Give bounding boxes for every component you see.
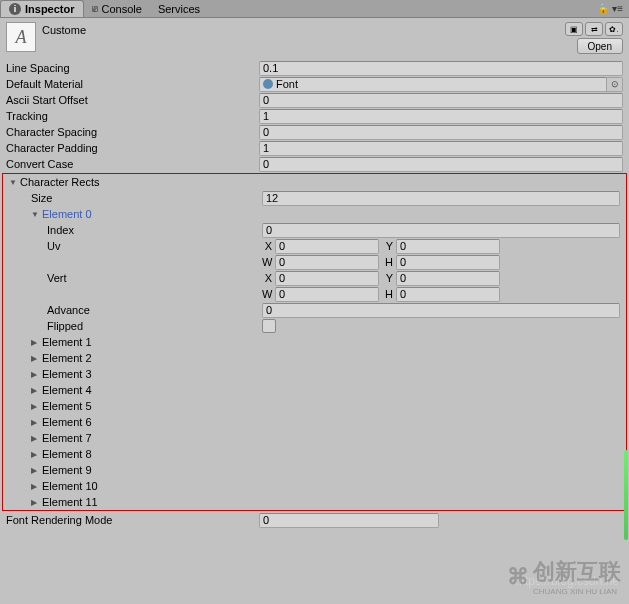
- prop-label: Advance: [9, 304, 262, 316]
- chevron-right-icon: [31, 418, 41, 427]
- foldout-element[interactable]: Element 8: [9, 448, 262, 460]
- info-icon: i: [9, 3, 21, 15]
- tab-label: Inspector: [25, 3, 75, 15]
- uv-h-field[interactable]: [396, 255, 500, 270]
- char-spacing-field[interactable]: [259, 125, 623, 140]
- foldout-element[interactable]: Element 10: [9, 480, 262, 492]
- foldout-element[interactable]: Element 6: [9, 416, 262, 428]
- uv-w-field[interactable]: [275, 255, 379, 270]
- prop-label: Font Rendering Mode: [6, 514, 259, 526]
- preset-button[interactable]: ⇄: [585, 22, 603, 36]
- chevron-right-icon: [31, 354, 41, 363]
- prop-label: Convert Case: [6, 158, 259, 170]
- scrollbar[interactable]: [624, 450, 628, 540]
- tab-bar: i Inspector ⎚ Console Services 🔒 ▾≡: [0, 0, 629, 18]
- prop-label: Default Material: [6, 78, 259, 90]
- gear-icon[interactable]: ✿.: [605, 22, 623, 36]
- character-rects-section: Character Rects Size Element 0 Index Uv …: [2, 173, 627, 511]
- foldout-element[interactable]: Element 11: [9, 496, 262, 508]
- chevron-right-icon: [31, 450, 41, 459]
- vert-x-field[interactable]: [275, 271, 379, 286]
- char-padding-field[interactable]: [259, 141, 623, 156]
- prop-label: Uv: [9, 240, 262, 252]
- tracking-field[interactable]: [259, 109, 623, 124]
- flipped-checkbox[interactable]: [262, 319, 276, 333]
- chevron-right-icon: [31, 434, 41, 443]
- vert-y-field[interactable]: [396, 271, 500, 286]
- asset-header: A Custome ▣ ⇄ ✿. Open: [0, 18, 629, 58]
- chevron-down-icon: [31, 210, 41, 219]
- logo: ⌘ 创新互联CHUANG XIN HU LIAN: [507, 557, 621, 596]
- object-picker-button[interactable]: ⊙: [607, 77, 623, 92]
- tab-services[interactable]: Services: [150, 0, 208, 17]
- console-icon: ⎚: [92, 3, 98, 14]
- foldout-element[interactable]: Element 4: [9, 384, 262, 396]
- chevron-right-icon: [31, 482, 41, 491]
- asset-name: Custome: [42, 22, 559, 36]
- font-asset-icon: A: [6, 22, 36, 52]
- foldout-element[interactable]: Element 5: [9, 400, 262, 412]
- vert-w-field[interactable]: [275, 287, 379, 302]
- y-label: Y: [383, 240, 393, 252]
- prop-label: Character Spacing: [6, 126, 259, 138]
- w-label: W: [262, 256, 272, 268]
- advance-field[interactable]: [262, 303, 620, 318]
- lock-icon[interactable]: 🔒 ▾≡: [597, 3, 629, 14]
- chevron-right-icon: [31, 402, 41, 411]
- y-label: Y: [383, 272, 393, 284]
- w-label: W: [262, 288, 272, 300]
- vert-h-field[interactable]: [396, 287, 500, 302]
- uv-x-field[interactable]: [275, 239, 379, 254]
- prop-label: Flipped: [9, 320, 262, 332]
- open-button[interactable]: Open: [577, 38, 623, 54]
- uv-y-field[interactable]: [396, 239, 500, 254]
- asset-bundle-button[interactable]: ▣: [565, 22, 583, 36]
- tab-console[interactable]: ⎚ Console: [84, 0, 150, 17]
- foldout-element[interactable]: Element 2: [9, 352, 262, 364]
- foldout-element[interactable]: Element 3: [9, 368, 262, 380]
- chevron-right-icon: [31, 386, 41, 395]
- foldout-element[interactable]: Element 1: [9, 336, 262, 348]
- inspector-content: Line Spacing Default MaterialFont⊙ Ascii…: [0, 58, 629, 528]
- chevron-down-icon: [9, 178, 19, 187]
- chevron-right-icon: [31, 370, 41, 379]
- line-spacing-field[interactable]: [259, 61, 623, 76]
- material-icon: [263, 79, 273, 89]
- chevron-right-icon: [31, 338, 41, 347]
- prop-label: Vert: [9, 272, 262, 284]
- prop-label: Size: [9, 192, 262, 204]
- h-label: H: [383, 256, 393, 268]
- prop-label: Ascii Start Offset: [6, 94, 259, 106]
- x-label: X: [262, 240, 272, 252]
- index-field[interactable]: [262, 223, 620, 238]
- prop-label: Index: [9, 224, 262, 236]
- prop-label: Line Spacing: [6, 62, 259, 74]
- foldout-element[interactable]: Element 9: [9, 464, 262, 476]
- h-label: H: [383, 288, 393, 300]
- rects-size-field[interactable]: [262, 191, 620, 206]
- tab-label: Console: [102, 3, 142, 15]
- chevron-right-icon: [31, 466, 41, 475]
- tab-inspector[interactable]: i Inspector: [0, 0, 84, 17]
- tab-label: Services: [158, 3, 200, 15]
- convert-case-field[interactable]: [259, 157, 623, 172]
- foldout-element[interactable]: Element 7: [9, 432, 262, 444]
- prop-label: Tracking: [6, 110, 259, 122]
- prop-label: Character Padding: [6, 142, 259, 154]
- chevron-right-icon: [31, 498, 41, 507]
- default-material-field[interactable]: Font: [259, 77, 607, 92]
- ascii-start-field[interactable]: [259, 93, 623, 108]
- foldout-char-rects[interactable]: Character Rects: [9, 176, 262, 188]
- foldout-element0[interactable]: Element 0: [9, 208, 262, 220]
- x-label: X: [262, 272, 272, 284]
- font-rendering-field[interactable]: [259, 513, 439, 528]
